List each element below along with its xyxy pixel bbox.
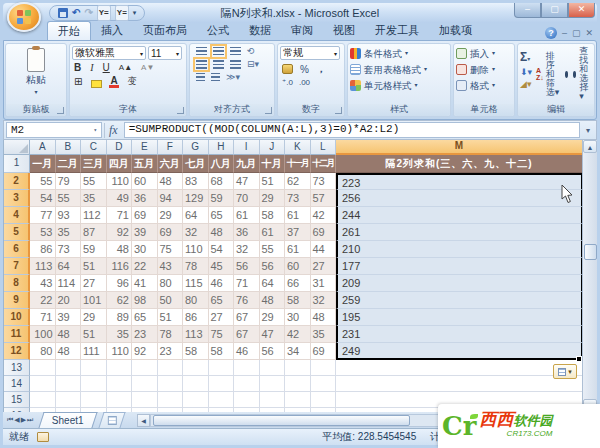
cell[interactable]: 29: [81, 309, 107, 326]
month-header-cell[interactable]: 一月: [30, 155, 56, 173]
cell[interactable]: 83: [183, 173, 209, 190]
cell[interactable]: [285, 376, 311, 392]
cell[interactable]: 64: [260, 275, 286, 292]
cell[interactable]: 101: [81, 292, 107, 309]
select-all-corner[interactable]: [4, 140, 30, 155]
column-header-J[interactable]: J: [260, 140, 286, 155]
sum-cell[interactable]: 244: [336, 207, 583, 224]
sum-cell[interactable]: 195: [336, 309, 583, 326]
wrap-text-icon[interactable]: ≫▾: [226, 72, 240, 82]
cell[interactable]: 47: [234, 173, 260, 190]
sheet-tab-sheet1[interactable]: Sheet1: [39, 412, 98, 428]
cell[interactable]: [234, 408, 260, 412]
row-header-1[interactable]: 1: [4, 155, 30, 173]
month-header-cell[interactable]: 五月: [132, 155, 158, 173]
cell[interactable]: 113: [30, 258, 56, 275]
row-header-14[interactable]: 14: [4, 376, 30, 392]
column-header-F[interactable]: F: [158, 140, 184, 155]
delete-cells-button[interactable]: 删除▾: [456, 62, 512, 77]
underline-button[interactable]: U: [101, 62, 112, 73]
cell[interactable]: 61: [260, 224, 286, 241]
column-header-H[interactable]: H: [209, 140, 235, 155]
workbook-restore-icon[interactable]: ▢: [572, 28, 581, 38]
cell[interactable]: [234, 376, 260, 392]
cell[interactable]: 93: [56, 207, 82, 224]
cell[interactable]: 42: [285, 326, 311, 343]
cell[interactable]: 46: [234, 343, 260, 360]
bold-button[interactable]: B: [72, 62, 83, 73]
cell[interactable]: [107, 376, 133, 392]
cell[interactable]: [336, 360, 583, 376]
cell[interactable]: 80: [183, 292, 209, 309]
sum-cell[interactable]: 259: [336, 292, 583, 309]
row-header-9[interactable]: 9: [4, 292, 30, 309]
font-name-combo[interactable]: 微软雅黑▾: [72, 46, 146, 60]
cell[interactable]: 61: [285, 241, 311, 258]
cell[interactable]: 57: [311, 190, 337, 207]
cell[interactable]: 77: [30, 207, 56, 224]
cell[interactable]: 49: [107, 190, 133, 207]
find-select-button[interactable]: 查找和选择▾: [565, 46, 592, 102]
cell[interactable]: 64: [56, 258, 82, 275]
cell[interactable]: 51: [81, 326, 107, 343]
sum-cell[interactable]: 231: [336, 326, 583, 343]
cell[interactable]: 110: [107, 173, 133, 190]
scroll-up-icon[interactable]: ▲: [583, 140, 597, 153]
month-header-cell[interactable]: 二月: [56, 155, 82, 173]
cell[interactable]: 35: [56, 224, 82, 241]
fill-icon[interactable]: ⬇▾: [520, 67, 532, 77]
cell[interactable]: 65: [209, 292, 235, 309]
cell[interactable]: 29: [260, 190, 286, 207]
cell[interactable]: 62: [285, 173, 311, 190]
cell[interactable]: [81, 360, 107, 376]
row-header-5[interactable]: 5: [4, 224, 30, 241]
cell[interactable]: [158, 392, 184, 408]
column-header-B[interactable]: B: [56, 140, 82, 155]
cell[interactable]: 61: [285, 207, 311, 224]
cell[interactable]: [158, 360, 184, 376]
cell[interactable]: 22: [30, 292, 56, 309]
cell[interactable]: 94: [158, 190, 184, 207]
clear-icon[interactable]: ◢▾: [520, 79, 532, 89]
sum-cell[interactable]: 210: [336, 241, 583, 258]
ribbon-tab-加载项[interactable]: 加载项: [429, 21, 482, 40]
cell[interactable]: 59: [81, 241, 107, 258]
cell[interactable]: 36: [234, 224, 260, 241]
cell[interactable]: [56, 360, 82, 376]
dialog-launcher-icon[interactable]: [57, 107, 64, 114]
cell[interactable]: 110: [107, 343, 133, 360]
minimize-button[interactable]: –: [514, 3, 541, 18]
cell[interactable]: 30: [285, 309, 311, 326]
cell-styles-button[interactable]: 单元格样式▾: [350, 78, 448, 93]
column-header-K[interactable]: K: [285, 140, 311, 155]
maximize-button[interactable]: ▢: [541, 3, 568, 18]
sum-cell[interactable]: 261: [336, 224, 583, 241]
cell[interactable]: [209, 376, 235, 392]
cell[interactable]: 54: [209, 241, 235, 258]
cell[interactable]: 39: [56, 309, 82, 326]
vertical-scroll-thumb[interactable]: [584, 244, 597, 260]
workbook-close-icon[interactable]: ✕: [585, 28, 593, 38]
align-top-icon[interactable]: [196, 47, 207, 56]
dialog-launcher-icon[interactable]: [335, 107, 342, 114]
cell[interactable]: 23: [132, 326, 158, 343]
first-sheet-icon[interactable]: ⏮: [7, 416, 13, 424]
cell[interactable]: 48: [209, 224, 235, 241]
horizontal-scroll-thumb[interactable]: [153, 415, 410, 426]
cell[interactable]: 86: [30, 241, 56, 258]
grow-font-button[interactable]: A▲: [117, 63, 134, 72]
cell[interactable]: 20: [56, 292, 82, 309]
cell[interactable]: 129: [183, 190, 209, 207]
month-header-cell[interactable]: 七月: [183, 155, 209, 173]
cell[interactable]: [260, 408, 286, 412]
cell[interactable]: 30: [132, 241, 158, 258]
ribbon-tab-审阅[interactable]: 审阅: [281, 21, 323, 40]
cell[interactable]: 71: [107, 207, 133, 224]
month-header-cell[interactable]: 十月: [260, 155, 286, 173]
cell[interactable]: 75: [209, 326, 235, 343]
month-header-cell[interactable]: 六月: [158, 155, 184, 173]
decrease-indent-icon[interactable]: [196, 73, 205, 82]
sum-cell[interactable]: 223: [336, 173, 583, 190]
ribbon-tab-插入[interactable]: 插入: [91, 21, 133, 40]
month-header-cell[interactable]: 十一月: [285, 155, 311, 173]
